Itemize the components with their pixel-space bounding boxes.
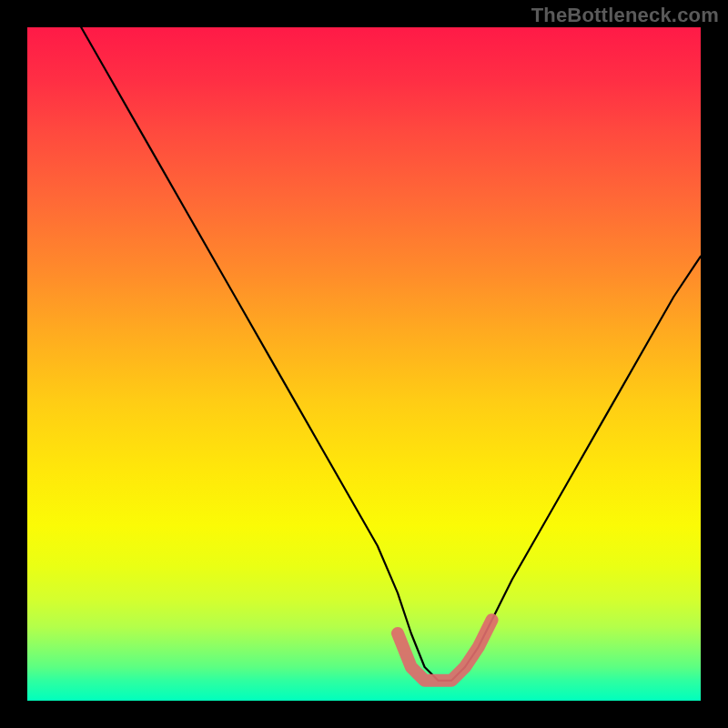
chart-frame: TheBottleneck.com: [0, 0, 728, 728]
curve-svg: [27, 27, 701, 701]
plot-area: [27, 27, 701, 701]
bottleneck-curve-path: [81, 27, 701, 681]
optimal-zone-path: [398, 620, 492, 681]
watermark-text: TheBottleneck.com: [531, 4, 719, 27]
